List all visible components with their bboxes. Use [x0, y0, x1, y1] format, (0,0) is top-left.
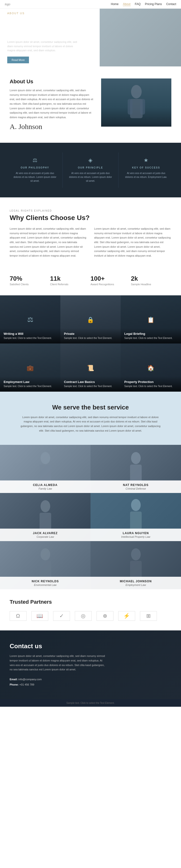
- about-text: About Us Lorem ipsum dolor sit amet, con…: [10, 79, 94, 131]
- team-card-nat: NAT REYNOLDS Criminal Defense: [90, 445, 181, 493]
- nav-faq[interactable]: FAQ: [135, 2, 141, 6]
- about-title: About Us: [10, 79, 94, 85]
- team-name-nat: NAT REYNOLDS: [94, 483, 177, 487]
- philosophy-label-3: KEY OF SUCCESS: [123, 166, 169, 169]
- philosophy-item-1: ⚖ OUR PHILOSOPHY At vero eos et accusam …: [7, 152, 63, 188]
- contact-section: Contact us Lorem ipsum dolor sit amet, c…: [0, 630, 181, 699]
- signature: A. Johnson: [10, 123, 94, 131]
- practice-overlay-1: Writing a Will Sample text. Click to sel…: [0, 328, 60, 343]
- partner-icon-2: 📖: [36, 613, 43, 619]
- team-card-jack: JACK ALVAREZ Corporate Law: [0, 493, 90, 541]
- practice-subtitle-6: Sample text. Click to select the Text El…: [124, 385, 177, 388]
- partner-4: ◎: [75, 611, 92, 621]
- about-paragraph: Lorem ipsum dolor sit amet, consetetur s…: [10, 88, 94, 120]
- philosophy-icon-2: ◈: [68, 157, 113, 163]
- hero-read-more-button[interactable]: Read More: [7, 57, 29, 63]
- contact-phone-label: Phone:: [10, 683, 19, 686]
- practice-grid: ⚖ Writing a Will Sample text. Click to s…: [0, 296, 181, 392]
- partners-row: Ω 📖 ✓ ◎ ⊕ ⚡ ⊞: [10, 611, 171, 621]
- hero-section: ABOUT US Employment Law Updates Lorem ip…: [0, 9, 181, 66]
- philosophy-icon-1: ⚖: [12, 157, 58, 163]
- partner-2: 📖: [31, 611, 48, 621]
- partner-icon-6: ⚡: [123, 613, 130, 619]
- practice-title-5: Contract Law Basics: [64, 380, 117, 384]
- contact-email-row: Email: info@company.com: [10, 677, 171, 682]
- nav-about[interactable]: About: [123, 2, 130, 6]
- stat-recognitions-number: 100+: [90, 275, 131, 282]
- stat-sample: 2k Sample Headline: [131, 275, 172, 286]
- svg-text:📜: 📜: [87, 365, 94, 371]
- svg-text:💼: 💼: [27, 365, 34, 371]
- team-name-michael: MICHAEL JOHNSON: [94, 580, 177, 583]
- philosophy-icon-3: ★: [123, 157, 169, 163]
- trusted-partners-section: Trusted Partners Ω 📖 ✓ ◎ ⊕ ⚡ ⊞: [0, 589, 181, 630]
- svg-point-0: [131, 85, 142, 98]
- contact-title: Contact us: [10, 643, 171, 650]
- practice-subtitle-4: Sample text. Click to select the Text El…: [4, 385, 57, 388]
- philosophy-label-1: OUR PHILOSOPHY: [12, 166, 58, 169]
- team-role-jack: Corporate Law: [4, 535, 87, 538]
- partner-6: ⚡: [118, 611, 135, 621]
- contact-email-label: Email:: [10, 678, 18, 681]
- stat-referrals-label: Client Referrals: [50, 283, 91, 286]
- practice-card-3[interactable]: 📋 Legal Briefing Sample text. Click to s…: [121, 296, 181, 343]
- practice-card-4[interactable]: 💼 Employment Law Sample text. Click to s…: [0, 343, 60, 392]
- svg-text:🏠: 🏠: [147, 365, 154, 371]
- practice-card-6[interactable]: 🏠 Property Protection Sample text. Click…: [121, 343, 181, 392]
- practice-overlay-2: Private Sample text. Click to select the…: [60, 328, 121, 343]
- nav-pricing[interactable]: Pricing Plans: [145, 2, 162, 6]
- team-grid: CELIA ALMEDA Family Law NAT REYNOLDS Cri…: [0, 445, 181, 589]
- practice-card-2[interactable]: 🔒 Private Sample text. Click to select t…: [60, 296, 121, 343]
- practice-card-5[interactable]: 📜 Contract Law Basics Sample text. Click…: [60, 343, 121, 392]
- svg-rect-2: [128, 99, 132, 115]
- stat-satisfied: 70% Satisfied Clients: [10, 275, 50, 286]
- contact-text: Lorem ipsum dolor sit amet, consetetur s…: [10, 654, 106, 672]
- team-card-nick: NICK REYNOLDS Environmental Law: [0, 541, 90, 589]
- why-col2: Lorem ipsum dolor sit amet, consetetur s…: [94, 226, 171, 258]
- contact-phone-row: Phone: +01 456 789: [10, 682, 171, 687]
- partner-3: ✓: [53, 611, 70, 621]
- philosophy-item-3: ★ KEY OF SUCCESS At vero eos et accusam …: [119, 152, 174, 188]
- svg-point-18: [41, 548, 50, 560]
- practice-title-2: Private: [64, 332, 117, 336]
- footer-text: Sample text. Click to select the Text El…: [67, 702, 114, 704]
- stat-recognitions-label: Award Recognitions: [90, 283, 131, 286]
- hero-text: Lorem ipsum dolor sit amet, consetetur s…: [7, 40, 80, 53]
- philosophy-section: ⚖ OUR PHILOSOPHY At vero eos et accusam …: [0, 143, 181, 197]
- nav-contact[interactable]: Contact: [166, 2, 176, 6]
- philosophy-item-2: ◈ OUR PRINCIPLE At vero eos et accusam e…: [63, 152, 118, 188]
- practice-title-3: Legal Briefing: [124, 332, 177, 336]
- contact-phone-value: +01 456 789: [19, 683, 34, 686]
- team-info-nick: NICK REYNOLDS Environmental Law: [0, 577, 90, 589]
- stat-sample-label: Sample Headline: [131, 283, 172, 286]
- why-title: Why Clients Choose Us?: [10, 214, 171, 222]
- team-name-laura: LAURA NGUYEN: [94, 531, 177, 535]
- team-name-celia: CELIA ALMEDA: [4, 483, 87, 487]
- practice-overlay-4: Employment Law Sample text. Click to sel…: [0, 376, 60, 392]
- partner-icon-7: ⊞: [146, 613, 151, 619]
- partner-icon-4: ◎: [81, 613, 86, 619]
- svg-rect-3: [140, 99, 145, 115]
- practice-subtitle-3: Sample text. Click to select the Text El…: [124, 337, 177, 340]
- practice-title-4: Employment Law: [4, 380, 57, 384]
- stat-satisfied-number: 70%: [10, 275, 50, 282]
- nav-home[interactable]: Home: [111, 2, 119, 6]
- team-card-laura: LAURA NGUYEN Intellectual Property Law: [90, 493, 181, 541]
- footer-bar: Sample text. Click to select the Text El…: [0, 699, 181, 707]
- svg-point-14: [41, 500, 50, 512]
- hero-label: ABOUT US: [7, 12, 174, 15]
- partner-7: ⊞: [140, 611, 157, 621]
- team-card-celia: CELIA ALMEDA Family Law: [0, 445, 90, 493]
- practice-card-1[interactable]: ⚖ Writing a Will Sample text. Click to s…: [0, 296, 60, 343]
- why-section: LEGAL RIGHTS EXPLAINED Why Clients Choos…: [0, 197, 181, 270]
- svg-point-20: [131, 548, 141, 560]
- team-info-nat: NAT REYNOLDS Criminal Defense: [90, 480, 181, 493]
- team-role-laura: Intellectual Property Law: [94, 535, 177, 538]
- team-role-michael: Employment Law: [94, 584, 177, 586]
- practice-icon-6: 🏠: [144, 360, 158, 375]
- practice-icon-3: 📋: [144, 312, 158, 327]
- philosophy-text-2: At vero eos et accusam et justo duo dolo…: [68, 172, 113, 183]
- svg-point-16: [131, 499, 141, 511]
- team-info-celia: CELIA ALMEDA Family Law: [0, 480, 90, 493]
- best-service-title: We serve the best service: [10, 404, 171, 411]
